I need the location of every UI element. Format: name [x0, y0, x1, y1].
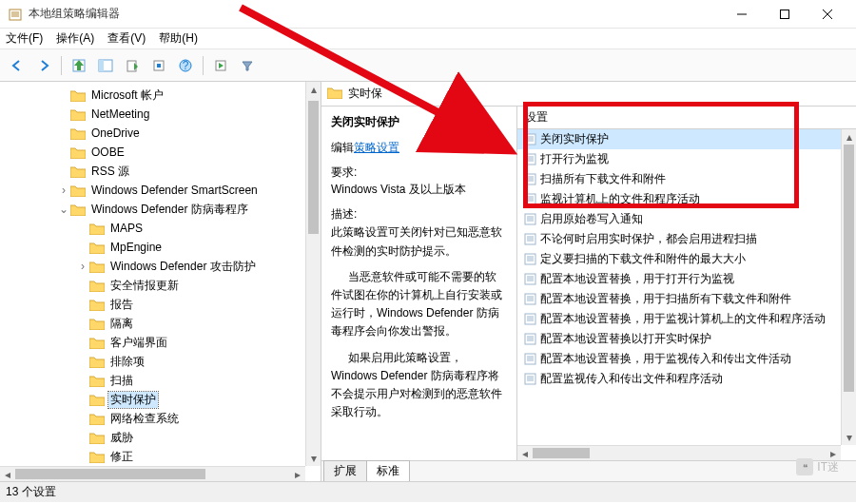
tree-node[interactable]: ⌄Windows Defender 防病毒程序 [0, 200, 305, 219]
setting-row[interactable]: 定义要扫描的下载文件和附件的最大大小 [517, 249, 841, 269]
tree-node-label: 客户端界面 [108, 335, 169, 351]
tree-node[interactable]: 威胁 [0, 428, 305, 447]
tree-node-label: 排除项 [108, 354, 146, 370]
menu-help[interactable]: 帮助(H) [159, 30, 198, 47]
menu-action[interactable]: 操作(A) [56, 30, 94, 47]
edit-policy-link[interactable]: 策略设置 [354, 141, 399, 154]
tree-node[interactable]: ›Windows Defender SmartScreen [0, 181, 305, 200]
tree-node[interactable]: MAPS [0, 219, 305, 238]
toolbar: ? [0, 49, 856, 82]
setting-label: 配置本地设置替换以打开实时保护 [540, 331, 711, 347]
tree-node-label: RSS 源 [89, 164, 131, 180]
tree-node-label: 扫描 [108, 373, 135, 389]
chevron-icon: › [76, 260, 89, 273]
tree-node[interactable]: 实时保护 [0, 390, 305, 409]
tree-scrollbar-vertical[interactable]: ▴▾ [305, 82, 321, 466]
tree-node[interactable]: OneDrive [0, 124, 305, 143]
help-button[interactable]: ? [174, 54, 197, 77]
policy-icon [523, 153, 536, 166]
setting-label: 配置监视传入和传出文件和程序活动 [540, 371, 723, 387]
folder-icon [89, 412, 105, 425]
setting-row[interactable]: 关闭实时保护 [517, 129, 841, 149]
svg-text:?: ? [183, 59, 189, 72]
properties-button[interactable] [209, 54, 232, 77]
tree-node-label: Windows Defender SmartScreen [89, 184, 260, 197]
folder-icon [89, 431, 105, 444]
maximize-button[interactable] [763, 0, 806, 28]
refresh-button[interactable] [147, 54, 170, 77]
svg-rect-5 [780, 10, 788, 18]
menu-view[interactable]: 查看(V) [107, 30, 146, 47]
folder-icon [89, 279, 105, 292]
description-p1: 此策略设置可关闭针对已知恶意软件检测的实时防护提示。 [331, 223, 507, 260]
export-button[interactable] [121, 54, 144, 77]
tree-node-label: 隔离 [108, 316, 135, 332]
settings-list: 设置 关闭实时保护打开行为监视扫描所有下载文件和附件监视计算机上的文件和程序活动… [517, 107, 856, 460]
tree-node[interactable]: OOBE [0, 143, 305, 162]
tree-node-label: OneDrive [89, 126, 142, 140]
policy-icon [523, 293, 536, 306]
setting-row[interactable]: 启用原始卷写入通知 [517, 209, 841, 229]
tree-node[interactable]: 客户端界面 [0, 333, 305, 352]
description-panel: 关闭实时保护 编辑策略设置 要求: Windows Vista 及以上版本 描述… [321, 107, 517, 460]
setting-row[interactable]: 监视计算机上的文件和程序活动 [517, 189, 841, 209]
tree-node[interactable]: RSS 源 [0, 162, 305, 181]
folder-icon [89, 450, 105, 463]
folder-icon [70, 203, 86, 216]
folder-icon [89, 393, 105, 406]
tree-node[interactable]: 排除项 [0, 352, 305, 371]
close-button[interactable] [806, 0, 848, 28]
menu-file[interactable]: 文件(F) [6, 30, 43, 47]
setting-row[interactable]: 配置本地设置替换以打开实时保护 [517, 329, 841, 349]
setting-row[interactable]: 配置本地设置替换，用于监视计算机上的文件和程序活动 [517, 309, 841, 329]
setting-row[interactable]: 配置本地设置替换，用于监视传入和传出文件活动 [517, 349, 841, 369]
path-header-text: 实时保 [348, 86, 382, 102]
tab-standard[interactable]: 标准 [366, 460, 410, 481]
watermark: ❝ IT迷 [796, 458, 839, 475]
show-hide-tree-button[interactable] [94, 54, 117, 77]
tree-node[interactable]: 隔离 [0, 314, 305, 333]
folder-icon [89, 222, 105, 235]
tab-extended[interactable]: 扩展 [323, 460, 367, 481]
wechat-icon: ❝ [796, 458, 813, 475]
tree-node[interactable]: 安全情报更新 [0, 276, 305, 295]
tree-node[interactable]: MpEngine [0, 238, 305, 257]
forward-button[interactable] [32, 54, 55, 77]
back-button[interactable] [6, 54, 29, 77]
tree-node-label: NetMeeting [89, 107, 151, 121]
filter-button[interactable] [236, 54, 259, 77]
setting-row[interactable]: 配置本地设置替换，用于打开行为监视 [517, 269, 841, 289]
setting-label: 扫描所有下载文件和附件 [540, 171, 666, 187]
setting-row[interactable]: 配置监视传入和传出文件和程序活动 [517, 369, 841, 389]
tree-node-label: OOBE [89, 145, 126, 159]
tree-node[interactable]: Microsoft 帐户 [0, 86, 305, 105]
up-button[interactable] [68, 54, 90, 77]
folder-icon [70, 126, 86, 140]
setting-row[interactable]: 配置本地设置替换，用于扫描所有下载文件和附件 [517, 289, 841, 309]
folder-icon [89, 336, 105, 349]
tree-node[interactable]: 扫描 [0, 371, 305, 390]
folder-icon [89, 355, 105, 368]
svg-rect-10 [99, 60, 104, 71]
tree-node[interactable]: NetMeeting [0, 105, 305, 124]
tree-node-label: Microsoft 帐户 [89, 87, 165, 104]
setting-label: 不论何时启用实时保护，都会启用进程扫描 [540, 231, 757, 247]
selected-policy-title: 关闭实时保护 [331, 114, 507, 130]
tree-node[interactable]: 报告 [0, 295, 305, 314]
settings-column-header[interactable]: 设置 [517, 107, 856, 129]
tree-scrollbar-horizontal[interactable]: ◂▸ [0, 466, 305, 481]
tree-node[interactable]: 修正 [0, 447, 305, 466]
tree-node[interactable]: ›Windows Defender 攻击防护 [0, 257, 305, 276]
titlebar: 本地组策略编辑器 [0, 0, 856, 29]
setting-label: 定义要扫描的下载文件和附件的最大大小 [540, 251, 746, 267]
setting-row[interactable]: 打开行为监视 [517, 149, 841, 169]
minimize-button[interactable] [720, 0, 763, 28]
setting-row[interactable]: 扫描所有下载文件和附件 [517, 169, 841, 189]
tree-node[interactable]: 网络检查系统 [0, 409, 305, 428]
status-text: 13 个设置 [6, 484, 56, 500]
list-scrollbar-horizontal[interactable]: ◂▸ [517, 445, 841, 460]
setting-row[interactable]: 不论何时启用实时保护，都会启用进程扫描 [517, 229, 841, 249]
policy-icon [523, 313, 536, 326]
description-p3: 如果启用此策略设置，Windows Defender 防病毒程序将不会提示用户对… [331, 349, 507, 422]
list-scrollbar-vertical[interactable]: ▴▾ [841, 129, 856, 445]
